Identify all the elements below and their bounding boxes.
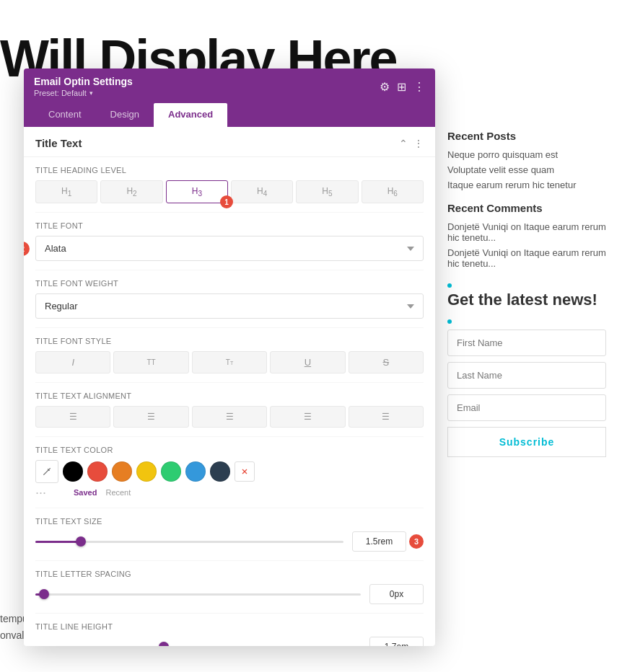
style-strikethrough[interactable]: S (349, 351, 424, 373)
heading-buttons: H1 H2 H3 1 H4 H5 H6 (35, 180, 424, 203)
letter-spacing-row: Title Letter Spacing (35, 561, 424, 614)
color-swatch-yellow[interactable] (136, 461, 157, 482)
font-weight-row: Title Font Weight Regular (35, 270, 424, 328)
settings-panel: Email Optin Settings Preset: Default ▾ ⚙… (24, 68, 435, 646)
line-height-input[interactable] (369, 637, 424, 646)
slider-track-ls (35, 593, 361, 596)
color-swatch-green[interactable] (161, 461, 181, 482)
panel-header-left: Email Optin Settings Preset: Default ▾ (34, 76, 133, 97)
text-size-slider[interactable] (35, 534, 343, 549)
subscribe-title: Get the latest news! (447, 291, 621, 309)
sidebar-comment-1[interactable]: Donjetë Vuniqi on Itaque earum rerum hic… (447, 221, 621, 243)
section-more-icon[interactable]: ⋮ (413, 138, 424, 149)
style-small-caps[interactable]: Tт (192, 351, 267, 373)
slider-thumb[interactable] (76, 536, 86, 547)
subscribe-dot-2 (447, 319, 452, 324)
email-input[interactable] (447, 394, 606, 421)
heading-level-row: Title Heading Level H1 H2 H3 1 H4 H5 H6 (35, 157, 424, 213)
align-right[interactable]: ☰ (192, 406, 267, 428)
color-swatch-blue[interactable] (185, 461, 206, 482)
line-height-label: Title Line Height (35, 622, 424, 631)
text-size-badge: 3 (409, 534, 424, 549)
font-row: Title Font 2 Alata (35, 213, 424, 270)
sidebar-post-2[interactable]: Voluptate velit esse quam (447, 164, 621, 175)
style-underline[interactable]: U (270, 351, 345, 373)
color-swatch-dark[interactable] (210, 461, 230, 482)
more-icon[interactable]: ⋮ (413, 80, 425, 94)
last-name-input[interactable] (447, 362, 606, 389)
heading-level-label: Title Heading Level (35, 166, 424, 174)
panel-header: Email Optin Settings Preset: Default ▾ ⚙… (24, 68, 435, 103)
recent-posts-title: Recent Posts (447, 130, 621, 142)
slider-thumb-lh[interactable] (159, 642, 169, 646)
style-buttons: I TT Tт U S (35, 351, 424, 373)
tab-advanced[interactable]: Advanced (154, 103, 227, 127)
text-size-value-wrap: 3 (352, 531, 424, 552)
heading-h2[interactable]: H2 (100, 180, 162, 203)
first-name-input[interactable] (447, 330, 606, 356)
font-select[interactable]: Alata (35, 236, 424, 261)
line-height-value-wrap (369, 637, 424, 646)
columns-icon[interactable]: ⊞ (397, 80, 406, 94)
h3-badge: 1 (220, 195, 233, 208)
eyedropper-btn[interactable] (35, 460, 58, 483)
letter-spacing-slider[interactable] (35, 587, 361, 601)
settings-content: Title Heading Level H1 H2 H3 1 H4 H5 H6 … (24, 157, 435, 646)
text-size-input[interactable] (352, 531, 406, 552)
heading-h6[interactable]: H6 (362, 180, 424, 203)
preset-arrow-icon: ▾ (89, 89, 93, 97)
sidebar-post-3[interactable]: Itaque earum rerum hic tenetur (447, 180, 621, 190)
text-color-row: Title Text Color (35, 437, 424, 508)
align-none[interactable]: ☰ (349, 406, 424, 428)
letter-spacing-input[interactable] (369, 584, 424, 604)
panel-title: Email Optin Settings (34, 76, 133, 87)
collapse-icon[interactable]: ⌃ (399, 138, 408, 149)
sidebar: Recent Posts Neque porro quisquam est Vo… (447, 115, 635, 457)
align-left[interactable]: ☰ (35, 406, 110, 428)
section-icons: ⌃ ⋮ (399, 138, 424, 149)
font-style-label: Title Font Style (35, 337, 424, 345)
text-color-label: Title Text Color (35, 446, 424, 454)
color-swatch-black[interactable] (63, 461, 83, 482)
color-swatch-orange[interactable] (112, 461, 132, 482)
subscribe-button[interactable]: Subscribe (447, 427, 606, 457)
color-picker-row (35, 460, 424, 483)
panel-preset[interactable]: Preset: Default ▾ (34, 89, 133, 97)
color-more-btn[interactable]: ··· (35, 486, 46, 499)
align-justify[interactable]: ☰ (270, 406, 345, 428)
color-tab-recent[interactable]: Recent (105, 488, 131, 497)
letter-spacing-value-wrap (369, 584, 424, 604)
font-badge: 2 (24, 242, 30, 256)
align-center[interactable]: ☰ (113, 406, 188, 428)
color-tab-saved[interactable]: Saved (74, 488, 97, 497)
title-text-label: Title Text (35, 137, 82, 149)
heading-h1[interactable]: H1 (35, 180, 97, 203)
subscribe-dot (447, 283, 452, 288)
heading-h5[interactable]: H5 (296, 180, 358, 203)
sidebar-comment-2[interactable]: Donjetë Vuniqi on Itaque earum rerum hic… (447, 247, 621, 269)
subscribe-box: Get the latest news! Subscribe (447, 283, 621, 457)
heading-h4[interactable]: H4 (231, 180, 293, 203)
slider-thumb-ls[interactable] (39, 589, 49, 599)
sidebar-post-1[interactable]: Neque porro quisquam est (447, 149, 621, 160)
font-label: Title Font (35, 221, 424, 230)
line-height-slider[interactable] (35, 640, 361, 646)
font-select-wrap: 2 Alata (35, 236, 424, 261)
color-eraser-btn[interactable] (235, 461, 255, 482)
tab-design[interactable]: Design (96, 103, 154, 127)
line-height-row: Title Line Height (35, 614, 424, 646)
tab-content[interactable]: Content (34, 103, 96, 127)
style-caps[interactable]: TT (113, 351, 188, 373)
color-tabs: Saved Recent (74, 488, 131, 497)
heading-h3[interactable]: H3 1 (166, 180, 228, 203)
letter-spacing-label: Title Letter Spacing (35, 570, 424, 578)
style-italic[interactable]: I (35, 351, 110, 373)
title-text-section-header: Title Text ⌃ ⋮ (24, 127, 435, 157)
font-weight-select[interactable]: Regular (35, 293, 424, 319)
color-swatch-red[interactable] (87, 461, 108, 482)
text-size-label: Title Text Size (35, 517, 424, 526)
slider-fill (35, 541, 82, 543)
settings-icon[interactable]: ⚙ (380, 80, 390, 94)
text-align-label: Title Text Alignment (35, 392, 424, 400)
panel-tabs: Content Design Advanced (24, 103, 435, 127)
